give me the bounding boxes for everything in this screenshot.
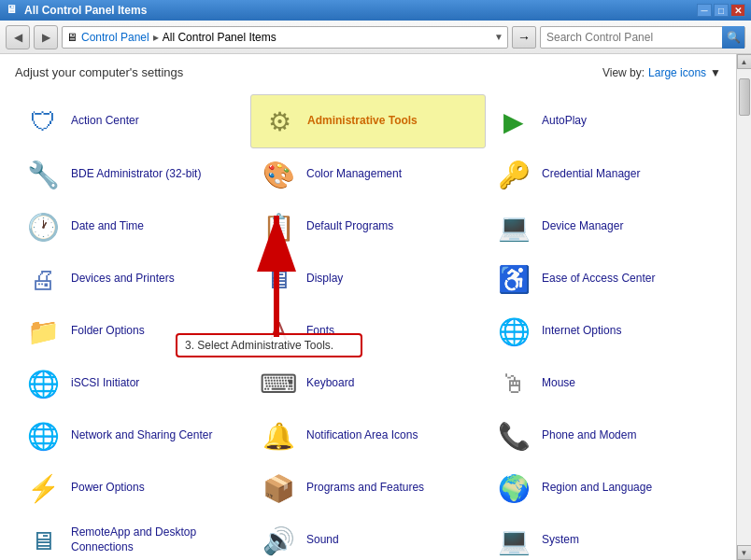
credential-manager-icon: 🔑 — [495, 156, 532, 193]
remoteapp-desktop-icon: 🖥 — [24, 522, 62, 559]
view-by-value[interactable]: Large icons — [648, 66, 706, 79]
programs-and-features-icon: 📦 — [260, 469, 297, 507]
icon-item-folder-options[interactable]: 📁Folder Options — [15, 305, 250, 357]
address-bar[interactable]: 🖥 Control Panel ▸ All Control Panel Item… — [62, 26, 508, 49]
address-current: All Control Panel Items — [163, 31, 276, 44]
icon-item-iscsi-initiator[interactable]: 🌐iSCSI Initiator — [15, 357, 250, 410]
keyboard-label: Keyboard — [306, 376, 354, 391]
power-options-label: Power Options — [71, 481, 145, 496]
search-button[interactable]: 🔍 — [722, 26, 744, 49]
phone-and-modem-label: Phone and Modem — [542, 428, 636, 443]
forward-button[interactable]: ▶ — [34, 25, 58, 49]
default-programs-icon: 📋 — [260, 208, 297, 245]
system-icon: 💻 — [495, 522, 532, 559]
view-by-label: View by: — [602, 66, 645, 79]
scroll-up-button[interactable]: ▲ — [737, 54, 752, 69]
address-dropdown-arrow[interactable]: ▼ — [494, 32, 503, 42]
mouse-label: Mouse — [542, 376, 575, 391]
icon-item-ease-of-access-center[interactable]: ♿Ease of Access Center — [486, 253, 721, 305]
internet-options-icon: 🌐 — [495, 313, 532, 350]
network-and-sharing-center-icon: 🌐 — [24, 417, 62, 455]
icon-item-display[interactable]: 🖥Display — [250, 253, 486, 305]
sound-label: Sound — [306, 533, 339, 548]
action-center-icon: 🛡 — [24, 103, 62, 140]
display-label: Display — [306, 272, 343, 287]
icon-item-action-center[interactable]: 🛡Action Center — [15, 94, 250, 148]
network-and-sharing-center-label: Network and Sharing Center — [71, 428, 212, 443]
ease-of-access-center-label: Ease of Access Center — [542, 272, 655, 287]
icon-item-internet-options[interactable]: 🌐Internet Options — [486, 305, 721, 357]
view-by-arrow[interactable]: ▼ — [710, 66, 721, 79]
devices-and-printers-label: Devices and Printers — [71, 272, 175, 287]
icons-grid: 🛡Action Center⚙Administrative Tools▶Auto… — [15, 94, 721, 560]
icon-item-autoplay[interactable]: ▶AutoPlay — [486, 94, 721, 148]
folder-options-label: Folder Options — [71, 324, 145, 339]
scroll-thumb[interactable] — [739, 78, 750, 116]
window-icon: 🖥 — [6, 3, 21, 18]
credential-manager-label: Credential Manager — [542, 167, 640, 182]
go-button[interactable]: → — [512, 26, 536, 49]
region-and-language-label: Region and Language — [542, 481, 652, 496]
bde-administrator-label: BDE Administrator (32-bit) — [71, 167, 201, 182]
close-button[interactable]: ✕ — [730, 4, 745, 17]
iscsi-initiator-icon: 🌐 — [24, 365, 62, 402]
devices-and-printers-icon: 🖨 — [24, 260, 62, 298]
date-and-time-icon: 🕐 — [24, 208, 62, 245]
programs-and-features-label: Programs and Features — [306, 481, 424, 496]
device-manager-icon: 💻 — [495, 208, 532, 245]
back-button[interactable]: ◀ — [6, 25, 30, 49]
sound-icon: 🔊 — [260, 522, 297, 559]
autoplay-label: AutoPlay — [542, 114, 587, 129]
title-bar: 🖥 All Control Panel Items ─ □ ✕ — [0, 0, 751, 21]
folder-options-icon: 📁 — [24, 313, 62, 350]
administrative-tools-icon: ⚙ — [261, 103, 298, 140]
icon-item-device-manager[interactable]: 💻Device Manager — [486, 201, 721, 253]
icon-item-bde-administrator[interactable]: 🔧BDE Administrator (32-bit) — [15, 148, 250, 201]
date-and-time-label: Date and Time — [71, 219, 144, 234]
icon-item-programs-and-features[interactable]: 📦Programs and Features — [250, 462, 486, 514]
toolbar: ◀ ▶ 🖥 Control Panel ▸ All Control Panel … — [0, 21, 751, 54]
default-programs-label: Default Programs — [306, 219, 393, 234]
content-area: Adjust your computer's settings View by:… — [0, 54, 751, 560]
icon-item-default-programs[interactable]: 📋Default Programs — [250, 201, 486, 253]
icon-item-network-and-sharing-center[interactable]: 🌐Network and Sharing Center — [15, 410, 250, 462]
icon-item-power-options[interactable]: ⚡Power Options — [15, 462, 250, 514]
display-icon: 🖥 — [260, 260, 297, 298]
icon-item-color-management[interactable]: 🎨Color Management — [250, 148, 486, 201]
icon-item-fonts[interactable]: AFonts — [250, 305, 486, 357]
color-management-label: Color Management — [306, 167, 402, 182]
remoteapp-desktop-label: RemoteApp and Desktop Connections — [71, 525, 241, 554]
address-separator: ▸ — [153, 31, 159, 44]
icon-item-phone-and-modem[interactable]: 📞Phone and Modem — [486, 410, 721, 462]
notification-area-icons-icon: 🔔 — [260, 417, 297, 455]
icon-item-keyboard[interactable]: ⌨Keyboard — [250, 357, 486, 410]
autoplay-icon: ▶ — [495, 103, 532, 140]
device-manager-label: Device Manager — [542, 219, 623, 234]
icon-item-mouse[interactable]: 🖱Mouse — [486, 357, 721, 410]
icon-item-administrative-tools[interactable]: ⚙Administrative Tools — [250, 94, 486, 148]
icon-item-devices-and-printers[interactable]: 🖨Devices and Printers — [15, 253, 250, 305]
scroll-down-button[interactable]: ▼ — [737, 545, 752, 560]
fonts-label: Fonts — [306, 324, 334, 339]
icon-item-system[interactable]: 💻System — [486, 514, 721, 560]
window-controls: ─ □ ✕ — [697, 4, 745, 17]
icon-item-sound[interactable]: 🔊Sound — [250, 514, 486, 560]
maximize-button[interactable]: □ — [714, 4, 729, 17]
icon-item-date-and-time[interactable]: 🕐Date and Time — [15, 201, 250, 253]
search-bar[interactable]: 🔍 — [540, 26, 745, 49]
system-label: System — [542, 533, 579, 548]
icon-item-credential-manager[interactable]: 🔑Credential Manager — [486, 148, 721, 201]
address-control-panel: Control Panel — [81, 31, 149, 44]
adjust-settings-label: Adjust your computer's settings — [15, 65, 183, 79]
fonts-icon: A — [260, 313, 297, 350]
search-input[interactable] — [541, 31, 722, 44]
icon-item-remoteapp-desktop[interactable]: 🖥RemoteApp and Desktop Connections — [15, 514, 250, 560]
icon-item-region-and-language[interactable]: 🌍Region and Language — [486, 462, 721, 514]
color-management-icon: 🎨 — [260, 156, 297, 193]
minimize-button[interactable]: ─ — [697, 4, 712, 17]
ease-of-access-center-icon: ♿ — [495, 260, 532, 298]
header-row: Adjust your computer's settings View by:… — [15, 65, 721, 79]
keyboard-icon: ⌨ — [260, 365, 297, 402]
scroll-track[interactable] — [737, 69, 751, 545]
icon-item-notification-area-icons[interactable]: 🔔Notification Area Icons — [250, 410, 486, 462]
